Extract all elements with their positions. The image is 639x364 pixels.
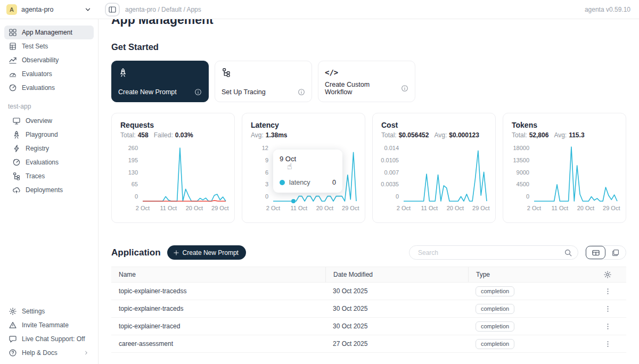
application-header: Application Create New Prompt — [111, 245, 626, 260]
sidebar-footer-item-live-chat-support-off[interactable]: Live Chat Support: Off — [4, 332, 94, 346]
table-view-button[interactable] — [586, 246, 605, 259]
sidebar-footer-item-help-docs[interactable]: Help & Docs — [4, 346, 94, 360]
x-tick-label: 11 Oct — [291, 205, 308, 211]
tooltip-value: 0 — [332, 179, 336, 186]
sidebar-app-item-playground[interactable]: Playground — [4, 128, 94, 142]
card-create-custom-workflow[interactable]: </>Create Custom Workflow — [318, 61, 415, 102]
sidebar-item-app-management[interactable]: App Management — [4, 26, 94, 39]
x-axis-labels: 2 Oct11 Oct20 Oct29 Oct — [273, 205, 356, 212]
chart-tooltip: 9 Octlatency0 — [273, 150, 342, 193]
row-menu-kebab-icon[interactable] — [602, 303, 613, 315]
evaluations-icon — [12, 158, 21, 167]
sidebar-item-label: Observability — [22, 56, 59, 64]
workspace-selector[interactable]: A agenta-pro — [0, 4, 99, 15]
cell-date-modified: 30 Oct 2025 — [325, 322, 468, 330]
table-row[interactable]: topic-explainer-traced30 Oct 2025complet… — [111, 318, 626, 335]
y-tick-label: 0.0035 — [381, 181, 399, 187]
type-badge: completion — [476, 304, 514, 314]
sidebar-item-label: App Management — [22, 29, 72, 36]
x-tick-label: 20 Oct — [316, 205, 333, 211]
sidebar-toggle-button[interactable] — [105, 3, 120, 16]
sidebar-item-observability[interactable]: Observability — [4, 53, 94, 67]
chart-stats: Total:458Failed:0.03% — [120, 131, 226, 139]
sidebar-footer-item-settings[interactable]: Settings — [4, 304, 94, 318]
chart-plot: 2 Oct11 Oct20 Oct29 Oct — [143, 147, 226, 201]
rocket-icon — [12, 130, 21, 139]
y-tick-label: 3 — [265, 181, 268, 187]
chat-icon — [9, 335, 17, 343]
table-row[interactable]: topic-explainer-tracedss30 Oct 2025compl… — [111, 283, 626, 300]
sidebar-app-item-evaluations[interactable]: Evaluations — [4, 155, 94, 169]
stat-label: Avg: — [554, 131, 567, 139]
table-header-row: Name Date Modified Type — [111, 267, 626, 283]
card-set-up-tracing[interactable]: Set Up Tracing — [215, 61, 312, 102]
deployments-icon — [12, 186, 21, 194]
y-axis-labels: 0.0140.01050.0070.00350 — [381, 147, 404, 201]
column-header-name[interactable]: Name — [111, 271, 325, 278]
row-menu-kebab-icon[interactable] — [602, 285, 613, 297]
x-axis-labels: 2 Oct11 Oct20 Oct29 Oct — [404, 205, 487, 212]
stat-label: Total: — [120, 131, 136, 139]
chart-stats: Total:$0.056452Avg:$0.000123 — [381, 131, 487, 139]
get-started-cards: Create New PromptSet Up Tracing</>Create… — [111, 61, 626, 102]
info-icon[interactable] — [194, 88, 202, 96]
search-icon[interactable] — [564, 249, 572, 257]
breadcrumb: agenta-pro / Default / Apps — [125, 6, 201, 13]
row-menu-kebab-icon[interactable] — [602, 320, 613, 332]
stat-label: Avg: — [434, 131, 447, 139]
sidebar-item-label: Evaluations — [26, 159, 59, 166]
sidebar-app-item-deployments[interactable]: Deployments — [4, 183, 94, 197]
info-icon[interactable] — [298, 88, 305, 96]
x-tick-label: 29 Oct — [472, 205, 489, 211]
type-badge: completion — [476, 321, 514, 332]
cell-date-modified: 30 Oct 2025 — [325, 287, 468, 295]
sidebar-item-evaluations[interactable]: Evaluations — [4, 81, 94, 95]
cell-name: topic-explainer-traced — [111, 322, 325, 330]
sidebar-item-label: Settings — [22, 308, 45, 315]
evaluations-icon — [9, 84, 17, 92]
sidebar-item-evaluators[interactable]: Evaluators — [4, 67, 94, 81]
cell-date-modified: 30 Oct 2025 — [325, 305, 468, 312]
table-body: topic-explainer-tracedss30 Oct 2025compl… — [111, 283, 626, 353]
sidebar-app-item-traces[interactable]: Traces — [4, 169, 94, 183]
search-input[interactable] — [417, 249, 561, 257]
row-menu-kebab-icon[interactable] — [602, 338, 613, 350]
sidebar-section-label: test-app — [8, 103, 94, 110]
sidebar-item-label: Overview — [26, 117, 52, 125]
table-row[interactable]: topic-explainer-traceds30 Oct 2025comple… — [111, 300, 626, 318]
sidebar-app-item-registry[interactable]: Registry — [4, 142, 94, 155]
top-bar: A agenta-pro agenta-pro / Default / Apps… — [0, 0, 639, 19]
x-tick-label: 29 Oct — [603, 205, 620, 211]
sidebar-item-label: Playground — [26, 131, 58, 138]
card-view-button[interactable] — [605, 246, 625, 259]
info-icon[interactable] — [401, 85, 408, 92]
sidebar-item-label: Live Chat Support: Off — [22, 335, 85, 343]
sidebar-footer-item-invite-teammate[interactable]: Invite Teammate — [4, 318, 94, 332]
stat-value: 458 — [138, 131, 149, 139]
plus-icon — [173, 250, 179, 256]
x-tick-label: 11 Oct — [160, 205, 177, 211]
gear-icon — [9, 307, 17, 316]
chart-card-tokens: TokensTotal:52,806Avg:115.31800013500900… — [503, 113, 626, 223]
card-create-new-prompt[interactable]: Create New Prompt — [111, 61, 209, 102]
sidebar-app-nav: OverviewPlaygroundRegistryEvaluationsTra… — [4, 114, 94, 197]
tracing-icon — [222, 68, 231, 77]
y-tick-label: 0.014 — [384, 145, 399, 151]
x-tick-label: 2 Oct — [397, 205, 411, 211]
sidebar-item-test-sets[interactable]: Test Sets — [4, 39, 94, 53]
y-tick-label: 6 — [265, 170, 268, 176]
table-row[interactable]: career-assessment27 Oct 2025completion — [111, 335, 626, 353]
create-new-prompt-button[interactable]: Create New Prompt — [167, 245, 246, 260]
x-tick-label: 29 Oct — [211, 205, 228, 211]
stat-label: Failed: — [154, 131, 173, 139]
stat-value: $0.056452 — [399, 131, 429, 139]
chart-svg — [534, 147, 617, 201]
sidebar-app-item-overview[interactable]: Overview — [4, 114, 94, 128]
sidebar: App ManagementTest SetsObservabilityEval… — [0, 19, 99, 364]
y-axis-labels: 260195130650 — [120, 147, 143, 201]
chart-stats: Total:52,806Avg:115.3 — [512, 131, 617, 139]
column-settings-gear-icon[interactable] — [603, 270, 612, 279]
column-header-type[interactable]: Type — [468, 267, 589, 282]
column-header-date-modified[interactable]: Date Modified — [325, 267, 468, 282]
x-tick-label: 2 Oct — [136, 205, 150, 211]
